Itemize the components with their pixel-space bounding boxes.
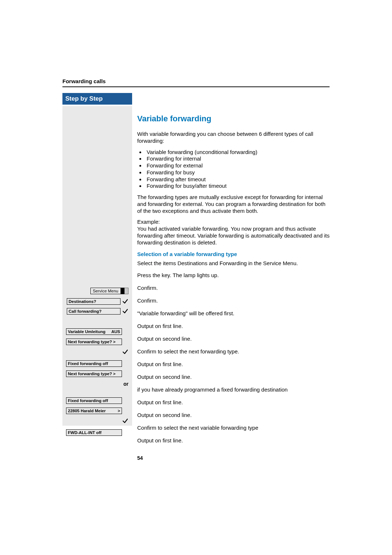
step-text: "Variable forwarding" will be offered fi… <box>137 309 234 319</box>
example-paragraph: Example: You had activated variable forw… <box>137 219 330 246</box>
step-text: Output on second line. <box>137 373 192 383</box>
forwarding-types-list: Variable forwarding (unconditional forwa… <box>137 149 330 190</box>
bullet-item: Forwarding after timeout <box>145 176 330 183</box>
side-item: Fixed forwarding off <box>66 360 122 367</box>
step-row: "Variable forwarding" will be offered fi… <box>137 309 330 319</box>
display-dual-box: Variable UmleitungAUS <box>66 328 122 335</box>
step-row: Confirm to select the next variable forw… <box>137 424 330 434</box>
check-icon <box>122 308 128 315</box>
step-row: Confirm to select the next forwarding ty… <box>137 348 330 357</box>
step-text: Output on first line. <box>137 398 183 408</box>
display-box: Next forwarding type? > <box>66 339 122 345</box>
step-text: Press the key. The lamp lights up. <box>137 271 219 281</box>
steps-container: Press the key. The lamp lights up.Confir… <box>137 271 330 446</box>
side-item: 22805 Harald Meier> <box>66 408 122 414</box>
intro-text: With variable forwarding you can choose … <box>137 131 330 145</box>
side-item <box>122 418 128 424</box>
check-icon <box>122 298 128 305</box>
step-row: Output on first line. <box>137 360 330 370</box>
step-text: Output on second line. <box>137 335 192 345</box>
step-row: Output on second line. <box>137 373 330 383</box>
display-box: Destinations? <box>67 298 121 305</box>
sub-intro: Select the items Destinations and Forwar… <box>137 260 330 267</box>
bullet-item: Forwarding for busy/after timeout <box>145 183 330 190</box>
step-row: if you have already programmed a fixed f… <box>137 386 330 396</box>
side-item: Variable UmleitungAUS <box>66 328 122 335</box>
step-row: Output on first line. <box>137 322 330 332</box>
side-item: or <box>123 381 128 387</box>
left-column: Service MenuDestinations?Call forwarding… <box>62 106 132 426</box>
service-menu-label: Service Menu <box>90 288 121 294</box>
display-box: Fixed forwarding off <box>66 397 122 404</box>
side-item: Next forwarding type? > <box>66 339 122 345</box>
step-row: Output on first line. <box>137 398 330 408</box>
step-by-step-label: Step by Step <box>62 93 132 105</box>
display-right-label: AUS <box>111 329 120 334</box>
bullet-item: Forwarding for external <box>145 162 330 169</box>
side-item: Service Menu <box>90 288 128 294</box>
section-heading: Variable forwarding <box>137 114 330 123</box>
side-item: Fixed forwarding off <box>66 397 122 404</box>
bullet-item: Variable forwarding (unconditional forwa… <box>145 149 330 156</box>
display-box: Next forwarding type? > <box>66 370 122 377</box>
header-section-title: Forwarding calls <box>62 78 330 86</box>
side-item: Call forwarding? <box>67 308 128 315</box>
page-number: 54 <box>137 455 330 461</box>
step-text: Output on first line. <box>137 437 183 446</box>
key-icon <box>121 288 128 294</box>
display-box: Fixed forwarding off <box>66 360 122 367</box>
step-row: Confirm. <box>137 284 330 294</box>
display-box: Call forwarding? <box>67 308 121 315</box>
side-item: Destinations? <box>67 298 128 305</box>
side-item <box>122 349 128 355</box>
step-text: Output on first line. <box>137 322 183 332</box>
service-menu-key: Service Menu <box>90 288 128 294</box>
or-label: or <box>123 381 128 387</box>
display-right-label: > <box>118 409 120 413</box>
header-rule <box>62 86 330 87</box>
step-text: Output on second line. <box>137 411 192 421</box>
step-text: Confirm to select the next forwarding ty… <box>137 348 239 357</box>
step-text: Confirm to select the next variable forw… <box>137 424 258 434</box>
side-item: Next forwarding type? > <box>66 370 122 377</box>
display-dual-box: 22805 Harald Meier> <box>66 408 122 414</box>
right-column: Variable forwarding With variable forwar… <box>132 106 330 461</box>
display-left-label: 22805 Harald Meier <box>68 409 106 413</box>
display-left-label: Variable Umleitung <box>68 329 106 334</box>
example-body: You had activated variable forwarding. Y… <box>137 226 330 246</box>
check-icon <box>122 349 128 355</box>
step-row: Output on first line. <box>137 437 330 446</box>
side-item: FWD-ALL-INT off <box>66 429 122 436</box>
step-row: Press the key. The lamp lights up. <box>137 271 330 281</box>
step-text: Confirm. <box>137 297 158 307</box>
step-row: Confirm. <box>137 297 330 307</box>
sub-heading: Selection of a variable forwarding type <box>137 251 330 257</box>
bullet-item: Forwarding for internal <box>145 155 330 162</box>
example-label: Example: <box>137 219 160 225</box>
bullet-item: Forwarding for busy <box>145 169 330 176</box>
exclusivity-paragraph: The forwarding types are mutually exclus… <box>137 194 330 214</box>
step-text: Output on first line. <box>137 360 183 370</box>
step-row: Output on second line. <box>137 411 330 421</box>
step-text: if you have already programmed a fixed f… <box>137 386 287 396</box>
step-row: Output on second line. <box>137 335 330 345</box>
display-box: FWD-ALL-INT off <box>66 429 122 436</box>
step-text: Confirm. <box>137 284 158 294</box>
check-icon <box>122 418 128 424</box>
